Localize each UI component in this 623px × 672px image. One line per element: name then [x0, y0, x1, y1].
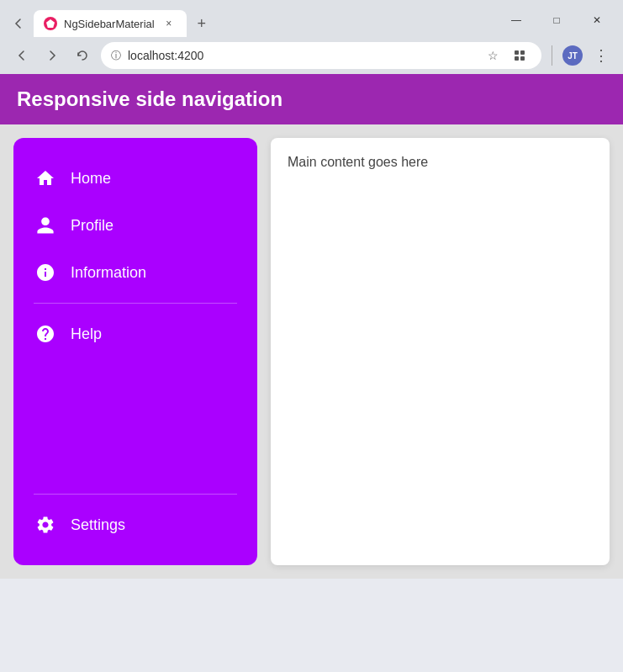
back-button[interactable]	[10, 44, 34, 67]
tab-scroll-left[interactable]	[7, 10, 30, 37]
person-icon	[34, 214, 57, 237]
sidebar-item-home[interactable]: Home	[13, 155, 257, 202]
divider	[552, 45, 552, 66]
sidebar-item-settings-label: Settings	[71, 516, 125, 534]
svg-rect-0	[515, 50, 519, 55]
main-content-text: Main content goes here	[288, 155, 593, 170]
address-input[interactable]: ⓘ localhost:4200 ☆	[101, 42, 541, 69]
app-header-title: Responsive side navigation	[17, 87, 606, 111]
app: Responsive side navigation Home	[0, 74, 623, 579]
close-button[interactable]: ✕	[578, 7, 616, 34]
browser-chrome: NgSidebarMaterial × + — □ ✕ ⓘ localhost:…	[0, 0, 623, 74]
help-icon	[34, 322, 57, 346]
address-text: localhost:4200	[128, 49, 474, 62]
svg-rect-1	[520, 50, 525, 55]
sidebar-item-information-label: Information	[71, 264, 146, 282]
sidebar-item-profile[interactable]: Profile	[13, 202, 257, 249]
home-icon	[34, 167, 57, 190]
sidebar-item-help[interactable]: Help	[13, 310, 257, 357]
new-tab-button[interactable]: +	[190, 10, 214, 37]
sidebar-item-help-label: Help	[71, 325, 102, 343]
svg-rect-2	[515, 56, 519, 61]
tab-close-button[interactable]: ×	[161, 16, 177, 31]
main-content-area: Main content goes here	[271, 138, 610, 565]
tab-bar: NgSidebarMaterial × + — □ ✕	[0, 0, 623, 37]
window-controls: — □ ✕	[497, 7, 616, 37]
tab-title: NgSidebarMaterial	[64, 18, 155, 30]
sidebar-divider-2	[34, 494, 237, 495]
maximize-button[interactable]: □	[537, 7, 576, 34]
sidebar-spacer	[13, 357, 257, 487]
app-body: Home Profile Information	[0, 124, 623, 579]
sidebar-item-settings[interactable]: Settings	[13, 501, 257, 548]
extensions-button[interactable]	[508, 44, 531, 67]
minimize-button[interactable]: —	[497, 7, 536, 34]
sidebar-item-information[interactable]: Information	[13, 249, 257, 296]
sidebar-item-home-label: Home	[71, 170, 111, 188]
sidebar-item-profile-label: Profile	[71, 217, 114, 235]
browser-menu-button[interactable]: ⋮	[589, 44, 613, 67]
lock-icon: ⓘ	[111, 49, 121, 63]
info-icon	[34, 261, 57, 284]
address-bar: ⓘ localhost:4200 ☆ JT ⋮	[0, 37, 623, 74]
bookmark-button[interactable]: ☆	[481, 44, 504, 67]
svg-rect-3	[520, 56, 525, 61]
address-actions: ☆	[481, 44, 531, 67]
tab-favicon	[44, 17, 57, 30]
sidebar-divider-1	[34, 303, 237, 304]
active-tab[interactable]: NgSidebarMaterial ×	[34, 10, 187, 37]
sidebar: Home Profile Information	[13, 138, 257, 565]
settings-icon	[34, 513, 57, 537]
refresh-button[interactable]	[71, 44, 94, 67]
forward-button[interactable]	[40, 44, 64, 67]
app-header: Responsive side navigation	[0, 74, 623, 124]
profile-avatar[interactable]: JT	[562, 45, 583, 66]
